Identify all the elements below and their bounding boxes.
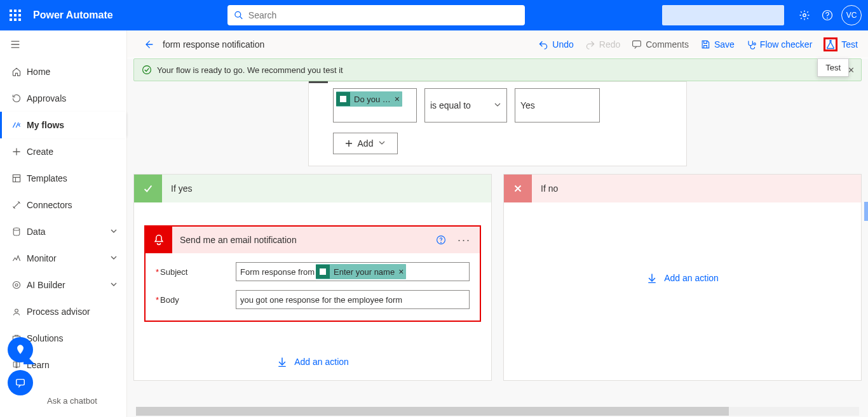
svg-point-18	[15, 309, 18, 312]
monitor-icon	[11, 253, 27, 263]
banner-text: Your flow is ready to go. We recommend y…	[157, 65, 343, 75]
test-label: Test	[841, 39, 858, 50]
redo-icon	[585, 39, 595, 50]
branch-no: If no Add an action	[503, 174, 862, 381]
x-icon	[504, 175, 532, 202]
subject-input[interactable]: Form response from Enter your name ×	[236, 262, 470, 281]
sidebar-item-home[interactable]: Home	[0, 58, 126, 85]
location-fab[interactable]	[8, 337, 33, 362]
sidebar-item-label: Create	[27, 147, 53, 157]
search-input[interactable]	[248, 10, 519, 20]
comments-button[interactable]: Comments	[632, 39, 689, 50]
sidebar-item-data[interactable]: Data	[0, 218, 126, 245]
chevron-down-icon	[494, 100, 501, 110]
add-action-yes[interactable]: Add an action	[134, 356, 491, 367]
sidebar-item-connectors[interactable]: Connectors	[0, 192, 126, 218]
plus-icon	[345, 140, 353, 147]
token-remove[interactable]: ×	[398, 267, 403, 277]
action-menu-button[interactable]: ···	[458, 234, 471, 247]
add-action-label: Add an action	[664, 273, 719, 283]
sidebar-item-approvals[interactable]: Approvals	[0, 85, 126, 112]
connectors-icon	[11, 200, 27, 210]
help-button[interactable]	[816, 0, 839, 30]
body-input[interactable]: you got one response for the employee fo…	[236, 290, 470, 309]
flow-checker-button[interactable]: Flow checker	[746, 39, 812, 50]
svg-rect-5	[18, 14, 21, 17]
svg-rect-24	[340, 96, 346, 102]
horizontal-scrollbar[interactable]	[136, 407, 859, 416]
dynamic-token[interactable]: Do you … ×	[336, 91, 402, 107]
back-button[interactable]	[144, 39, 154, 50]
svg-point-15	[13, 228, 20, 230]
search-box[interactable]	[227, 5, 525, 25]
forms-icon	[336, 92, 350, 106]
sidebar-item-label: Data	[27, 227, 46, 237]
svg-point-23	[143, 66, 151, 74]
condition-card: Do you … × is equal to Yes Add	[308, 81, 687, 166]
sidebar-item-monitor[interactable]: Monitor	[0, 245, 126, 272]
app-launcher-icon[interactable]	[0, 0, 31, 30]
settings-button[interactable]	[793, 0, 816, 30]
checker-label: Flow checker	[760, 39, 812, 50]
gear-icon	[799, 10, 810, 21]
svg-rect-2	[18, 10, 21, 12]
branch-yes-header[interactable]: If yes	[134, 175, 491, 202]
sidebar-item-templates[interactable]: Templates	[0, 165, 126, 192]
chevron-down-icon	[378, 138, 386, 149]
help-circle-icon[interactable]	[436, 235, 446, 245]
svg-point-9	[235, 11, 241, 17]
insert-icon	[276, 356, 288, 367]
email-action-header[interactable]: Send me an email notification ···	[146, 227, 480, 253]
test-button[interactable]: Test	[824, 37, 858, 51]
save-icon	[700, 39, 710, 50]
branch-no-header[interactable]: If no	[504, 175, 861, 202]
chevron-down-icon	[110, 253, 118, 263]
sidebar-item-label: Home	[27, 67, 50, 77]
svg-point-16	[13, 281, 20, 288]
condition-left-operand[interactable]: Do you … ×	[333, 88, 417, 122]
undo-button[interactable]: Undo	[538, 39, 573, 50]
environment-picker[interactable]	[662, 5, 784, 25]
sidebar-item-label: Templates	[27, 173, 67, 183]
svg-rect-27	[320, 268, 326, 275]
condition-operator-select[interactable]: is equal to	[424, 88, 507, 122]
svg-rect-6	[10, 18, 12, 21]
sidebar-toggle[interactable]	[0, 30, 126, 58]
dynamic-token[interactable]: Enter your name ×	[316, 264, 406, 279]
top-bar: Power Automate VC	[0, 0, 868, 30]
branch-yes-label: If yes	[171, 183, 192, 194]
sidebar-item-my-flows[interactable]: My flows	[0, 112, 126, 138]
condition-value: Yes	[520, 100, 535, 110]
sidebar-item-label: Solutions	[27, 333, 64, 343]
sidebar-item-ai-builder[interactable]: AI Builder	[0, 272, 126, 298]
chatbot-fab[interactable]	[8, 370, 33, 395]
command-bar: form response notification Undo Redo Com…	[127, 30, 868, 58]
avatar[interactable]: VC	[841, 5, 862, 25]
data-icon	[11, 227, 27, 237]
branch-yes: If yes Send me an email notification ···	[133, 174, 492, 381]
redo-button[interactable]: Redo	[585, 39, 620, 50]
sidebar-item-process-advisor[interactable]: Process advisor	[0, 298, 126, 325]
sidebar-item-label: Approvals	[27, 93, 66, 103]
token-remove[interactable]: ×	[395, 94, 400, 104]
svg-point-13	[827, 18, 827, 18]
plus-icon	[11, 147, 27, 157]
save-button[interactable]: Save	[700, 39, 735, 50]
bell-icon	[146, 227, 172, 253]
svg-rect-4	[14, 14, 17, 17]
brand-label: Power Automate	[31, 10, 113, 21]
undo-label: Undo	[552, 39, 573, 50]
svg-rect-20	[17, 380, 25, 385]
sidebar-item-label: Connectors	[27, 200, 72, 210]
svg-rect-14	[13, 175, 20, 182]
condition-add-button[interactable]: Add	[333, 133, 398, 154]
condition-right-operand[interactable]: Yes	[515, 88, 600, 122]
sidebar-item-create[interactable]: Create	[0, 138, 126, 165]
email-action-card: Send me an email notification ··· *Subje…	[144, 225, 481, 322]
add-action-no[interactable]: Add an action	[504, 272, 861, 284]
main-pane: form response notification Undo Redo Com…	[127, 30, 868, 417]
body-value: you got one response for the employee fo…	[240, 295, 402, 305]
comment-icon	[632, 39, 642, 50]
sidebar-item-label: Monitor	[27, 253, 57, 263]
add-label: Add	[358, 138, 374, 149]
